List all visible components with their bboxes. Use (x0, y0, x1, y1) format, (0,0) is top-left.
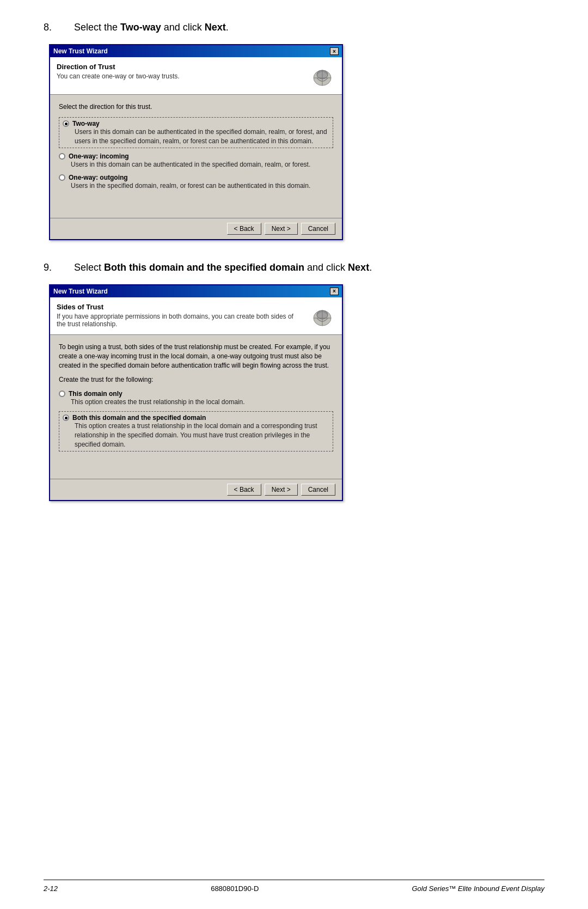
step8-bold1: Two-way (120, 22, 161, 33)
step9-number: 9. (44, 262, 61, 273)
dialog1-option-2: One-way: incoming Users in this domain c… (59, 152, 333, 169)
dialog1-option1-label: Two-way (72, 120, 100, 127)
step8-number: 8. (44, 22, 61, 33)
dialog1-option-3: One-way: outgoing Users in the specified… (59, 174, 333, 191)
step8-bold2: Next (205, 22, 226, 33)
dialog2-titlebar: New Trust Wizard × (50, 285, 342, 297)
dialog1-back-button[interactable]: < Back (227, 223, 261, 235)
dialog2-cancel-button[interactable]: Cancel (301, 484, 335, 496)
radio1-1[interactable] (63, 120, 69, 127)
dialog1-option-1: Two-way Users in this domain can be auth… (59, 117, 333, 149)
dialog2-body: To begin using a trust, both sides of th… (50, 335, 342, 479)
dialog2-option1-label: This domain only (69, 390, 122, 398)
dialog2-option2-desc: This option creates a trust relationship… (75, 422, 329, 449)
step9-bold1: Both this domain and the specified domai… (104, 262, 304, 273)
dialog1-body: Select the direction for this trust. Two… (50, 95, 342, 218)
dialog2-intro: To begin using a trust, both sides of th… (59, 343, 333, 370)
dialog1-close-button[interactable]: × (330, 47, 339, 55)
dialog1-footer: < Back Next > Cancel (50, 218, 342, 239)
dialog1-option1-desc: Users in this domain can be authenticate… (75, 127, 329, 146)
dialog1-cancel-button[interactable]: Cancel (301, 223, 335, 235)
step9-heading: 9. Select Both this domain and the speci… (44, 262, 544, 273)
dialog2-next-button[interactable]: Next > (265, 484, 298, 496)
radio1-2[interactable] (59, 153, 65, 160)
dialog1: New Trust Wizard × Direction of Trust Yo… (49, 44, 343, 240)
dialog1-header: Direction of Trust You can create one-wa… (50, 57, 342, 95)
dialog1-option2-desc: Users in this domain can be authenticate… (71, 160, 333, 169)
dialog2-header-subtitle: If you have appropriate permissions in b… (57, 313, 304, 328)
dialog1-header-subtitle: You can create one-way or two-way trusts… (57, 72, 304, 80)
page-footer: 2-12 6880801D90-D Gold Series™ Elite Inb… (44, 880, 544, 893)
dialog2-option-1: This domain only This option creates the… (59, 390, 333, 407)
footer-page-num: 2-12 (44, 884, 58, 893)
dialog2-title: New Trust Wizard (53, 288, 108, 295)
dialog2-close-button[interactable]: × (330, 288, 339, 295)
footer-doc-title: Gold Series™ Elite Inbound Event Display (412, 884, 544, 893)
radio2-1[interactable] (59, 391, 65, 397)
dialog1-header-title: Direction of Trust (57, 63, 304, 71)
dialog1-option3-desc: Users in the specified domain, realm, or… (71, 181, 333, 191)
dialog1-instruction: Select the direction for this trust. (59, 102, 333, 112)
dialog1-option3-label: One-way: outgoing (69, 174, 128, 181)
dialog2-label: Create the trust for the following: (59, 375, 333, 385)
step9-bold2: Next (348, 262, 369, 273)
step8-text: Select the Two-way and click Next. (74, 22, 229, 33)
step8-heading: 8. Select the Two-way and click Next. (44, 22, 544, 33)
dialog1-title: New Trust Wizard (53, 47, 108, 55)
radio2-2[interactable] (63, 414, 69, 421)
dialog2-header: Sides of Trust If you have appropriate p… (50, 297, 342, 335)
dialog1-option2-label: One-way: incoming (69, 152, 129, 160)
dialog1-next-button[interactable]: Next > (265, 223, 298, 235)
dialog1-titlebar: New Trust Wizard × (50, 45, 342, 57)
dialog2-option-2: Both this domain and the specified domai… (59, 411, 333, 452)
dialog2-icon (309, 303, 335, 329)
dialog2-header-title: Sides of Trust (57, 303, 304, 311)
dialog2: New Trust Wizard × Sides of Trust If you… (49, 284, 343, 501)
dialog2-footer: < Back Next > Cancel (50, 479, 342, 500)
radio1-3[interactable] (59, 174, 65, 181)
dialog2-option2-label: Both this domain and the specified domai… (72, 414, 206, 422)
footer-doc-code: 6880801D90-D (211, 884, 259, 893)
step9-text: Select Both this domain and the specifie… (74, 262, 372, 273)
dialog1-icon (309, 63, 335, 89)
dialog2-back-button[interactable]: < Back (227, 484, 261, 496)
dialog2-option1-desc: This option creates the trust relationsh… (71, 398, 333, 407)
